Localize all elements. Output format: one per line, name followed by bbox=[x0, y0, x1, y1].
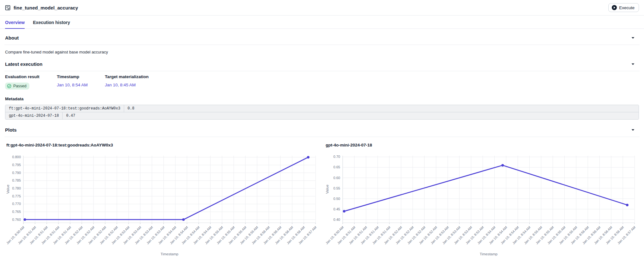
svg-text:0.775: 0.775 bbox=[12, 194, 21, 198]
about-heading: About bbox=[5, 35, 19, 40]
svg-text:0.765: 0.765 bbox=[12, 210, 21, 214]
svg-text:0.70: 0.70 bbox=[334, 155, 340, 159]
plots-grid: ft:gpt-4o-mini-2024-07-18:test:goodreads… bbox=[0, 137, 644, 258]
metadata-row: ft:gpt-4o-mini-2024-07-18:test:goodreads… bbox=[5, 105, 639, 112]
plot-title: ft:gpt-4o-mini-2024-07-18:test:goodreads… bbox=[6, 143, 320, 147]
svg-text:0.760: 0.760 bbox=[12, 218, 21, 221]
svg-text:0.55: 0.55 bbox=[334, 186, 340, 190]
svg-text:0.65: 0.65 bbox=[334, 165, 340, 169]
plot-base-model: gpt-4o-mini-2024-07-18 0.400.450.500.550… bbox=[324, 141, 639, 258]
section-about: About Compare fine-tuned model against b… bbox=[0, 29, 644, 56]
plot-fine-tuned-model: ft:gpt-4o-mini-2024-07-18:test:goodreads… bbox=[5, 141, 320, 258]
chevron-down-icon bbox=[631, 63, 635, 65]
execute-button[interactable]: Execute bbox=[608, 3, 639, 12]
svg-text:0.780: 0.780 bbox=[12, 186, 21, 190]
page-header: fine_tuned_model_accuracy Execute bbox=[0, 0, 644, 16]
plots-collapse-button[interactable] bbox=[627, 128, 639, 132]
svg-text:0.785: 0.785 bbox=[12, 178, 21, 182]
metadata-block: Metadata ft:gpt-4o-mini-2024-07-18:test:… bbox=[0, 90, 644, 122]
chevron-down-icon bbox=[631, 37, 635, 39]
about-collapse-button[interactable] bbox=[627, 36, 639, 40]
status-badge-label: Passed bbox=[13, 84, 27, 88]
metadata-row: gpt-4o-mini-2024-07-18 0.47 bbox=[5, 112, 639, 119]
line-chart-fine-tuned: 0.7600.7650.7700.7750.7800.7850.7900.795… bbox=[5, 152, 320, 258]
svg-text:0.800: 0.800 bbox=[12, 155, 21, 159]
svg-text:0.45: 0.45 bbox=[334, 207, 340, 211]
plot-title: gpt-4o-mini-2024-07-18 bbox=[326, 143, 639, 147]
svg-text:Timestamp: Timestamp bbox=[480, 252, 497, 256]
execute-button-label: Execute bbox=[619, 5, 635, 10]
asset-check-icon bbox=[5, 5, 10, 10]
metadata-heading: Metadata bbox=[5, 96, 639, 101]
plots-heading: Plots bbox=[5, 127, 17, 133]
svg-text:0.50: 0.50 bbox=[334, 197, 340, 201]
svg-text:0.790: 0.790 bbox=[12, 171, 21, 175]
latest-execution-table: Evaluation result Timestamp Target mater… bbox=[0, 71, 644, 90]
check-circle-icon bbox=[7, 84, 11, 88]
page-title: fine_tuned_model_accuracy bbox=[14, 5, 78, 10]
section-plots: Plots ft:gpt-4o-mini-2024-07-18:test:goo… bbox=[0, 122, 644, 258]
svg-text:Value: Value bbox=[325, 185, 329, 194]
latest-execution-heading: Latest execution bbox=[5, 61, 42, 67]
latest-execution-collapse-button[interactable] bbox=[627, 62, 639, 66]
metadata-key: ft:gpt-4o-mini-2024-07-18:test:goodreads… bbox=[5, 105, 124, 112]
svg-text:0.60: 0.60 bbox=[334, 176, 340, 180]
tab-overview[interactable]: Overview bbox=[5, 20, 25, 29]
section-latest-execution: Latest execution Evaluation result Times… bbox=[0, 56, 644, 122]
svg-text:Timestamp: Timestamp bbox=[160, 252, 178, 256]
line-chart-base: 0.400.450.500.550.600.650.70Jan 10, 8:50… bbox=[324, 152, 639, 258]
metadata-key: gpt-4o-mini-2024-07-18 bbox=[5, 112, 63, 119]
metadata-table: ft:gpt-4o-mini-2024-07-18:test:goodreads… bbox=[5, 105, 639, 120]
timestamp-link[interactable]: Jan 10, 8:54 AM bbox=[57, 83, 88, 87]
play-icon bbox=[612, 5, 617, 10]
svg-text:0.770: 0.770 bbox=[12, 202, 21, 206]
metadata-value: 0.47 bbox=[63, 112, 79, 119]
svg-text:0.795: 0.795 bbox=[12, 163, 21, 167]
column-header-target-materialization: Target materialization bbox=[105, 74, 639, 79]
metadata-value: 0.8 bbox=[124, 105, 138, 112]
chevron-down-icon bbox=[631, 129, 635, 131]
tab-execution-history[interactable]: Execution history bbox=[33, 20, 70, 29]
status-badge-passed: Passed bbox=[5, 83, 29, 90]
svg-text:0.40: 0.40 bbox=[334, 218, 340, 221]
column-header-timestamp: Timestamp bbox=[57, 74, 105, 79]
about-description: Compare fine-tuned model against base mo… bbox=[0, 45, 644, 56]
target-materialization-link[interactable]: Jan 10, 8:45 AM bbox=[105, 83, 136, 87]
column-header-evaluation-result: Evaluation result bbox=[5, 74, 57, 79]
svg-text:Value: Value bbox=[6, 185, 10, 194]
tab-bar: Overview Execution history bbox=[0, 16, 644, 29]
